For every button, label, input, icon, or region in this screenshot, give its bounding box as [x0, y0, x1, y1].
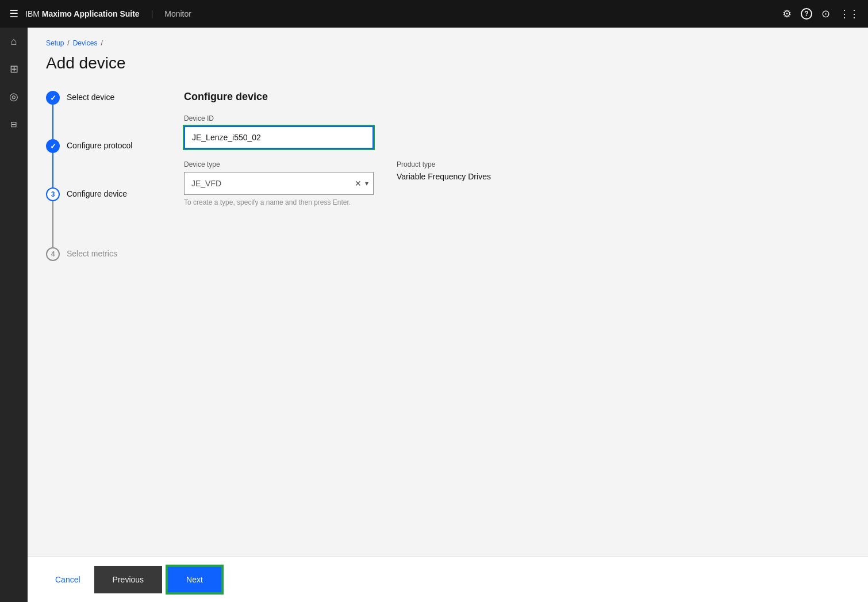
device-type-row: Device type JE_VFD ✕ ▾ To create a type,…	[184, 160, 850, 206]
previous-button[interactable]: Previous	[94, 566, 162, 593]
device-type-hint: To create a type, specify a name and the…	[184, 198, 374, 206]
sidebar-item-grid[interactable]: ⊞	[0, 55, 28, 83]
module-name: Monitor	[164, 9, 191, 18]
device-type-group: Device type JE_VFD ✕ ▾ To create a type,…	[184, 160, 374, 206]
breadcrumb-sep1: /	[67, 39, 69, 47]
step-3-label: Configure device	[67, 187, 127, 198]
top-navigation: ☰ IBM Maximo Application Suite | Monitor…	[0, 0, 868, 28]
product-type-group: Product type Variable Frequency Drives	[397, 160, 491, 181]
step-3: 3 Configure device	[46, 187, 172, 247]
device-id-group: Device ID	[184, 114, 850, 149]
breadcrumb-setup[interactable]: Setup	[46, 39, 64, 47]
hamburger-menu-icon[interactable]: ☰	[9, 7, 18, 20]
step-1: ✓ Select device	[46, 91, 172, 139]
step-3-line	[52, 201, 53, 247]
user-icon[interactable]: ⊙	[821, 7, 830, 20]
sidebar-item-home[interactable]: ⌂	[0, 28, 28, 55]
device-id-input[interactable]	[184, 126, 374, 149]
device-type-label: Device type	[184, 160, 374, 168]
select-clear-icon[interactable]: ✕	[355, 179, 362, 188]
breadcrumb-devices[interactable]: Devices	[73, 39, 98, 47]
step-4: 4 Select metrics	[46, 247, 172, 261]
breadcrumb: Setup / Devices /	[46, 39, 850, 47]
step-1-label: Select device	[67, 91, 114, 102]
select-chevron-icon[interactable]: ▾	[365, 179, 368, 187]
nav-divider: |	[151, 9, 153, 18]
configure-device-panel: Configure device Device ID Device type J…	[172, 91, 850, 261]
page-title: Add device	[46, 54, 850, 72]
device-type-select[interactable]: JE_VFD ✕ ▾	[184, 172, 374, 195]
next-button[interactable]: Next	[167, 566, 222, 593]
step-2-circle: ✓	[46, 139, 60, 153]
device-type-value: JE_VFD	[191, 179, 355, 188]
step-4-circle: 4	[46, 247, 60, 261]
device-id-label: Device ID	[184, 114, 850, 122]
help-icon[interactable]: ?	[801, 8, 812, 20]
step-2-label: Configure protocol	[67, 139, 132, 150]
sidebar: ⌂ ⊞ ◎ ⊟	[0, 28, 28, 602]
steps-panel: ✓ Select device ✓	[46, 91, 172, 261]
settings-icon[interactable]: ⚙	[782, 7, 792, 20]
breadcrumb-sep2: /	[101, 39, 102, 47]
sidebar-item-person[interactable]: ⊟	[0, 110, 28, 138]
sidebar-item-circle[interactable]: ◎	[0, 83, 28, 110]
cancel-button[interactable]: Cancel	[46, 566, 90, 593]
step-2: ✓ Configure protocol	[46, 139, 172, 187]
product-type-label: Product type	[397, 160, 491, 168]
step-3-circle: 3	[46, 187, 60, 201]
step-4-label: Select metrics	[67, 247, 117, 258]
step-2-line	[52, 153, 53, 187]
step-1-circle: ✓	[46, 91, 60, 105]
product-type-value: Variable Frequency Drives	[397, 172, 491, 181]
footer: Cancel Previous Next	[28, 556, 868, 602]
step-1-line	[52, 105, 53, 139]
configure-device-title: Configure device	[184, 91, 850, 103]
app-name: IBM Maximo Application Suite	[25, 9, 140, 18]
apps-icon[interactable]: ⋮⋮	[839, 7, 859, 20]
